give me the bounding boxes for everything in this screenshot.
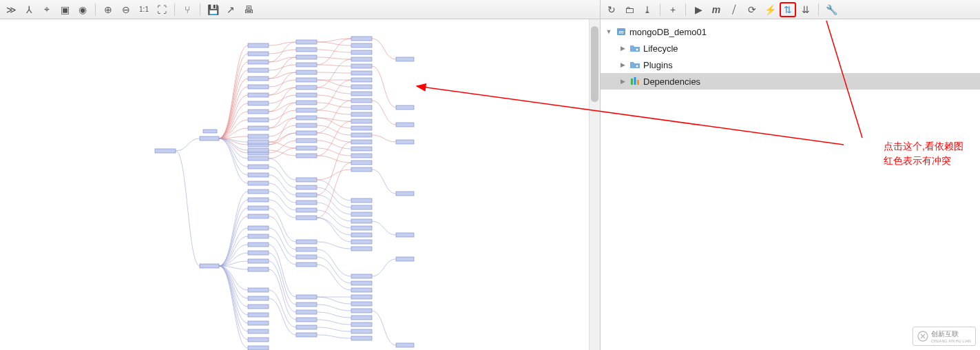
svg-rect-67	[296, 262, 317, 267]
svg-rect-93	[351, 167, 372, 172]
tree-row-lifecycle[interactable]: ▶ Lifecycle	[601, 40, 980, 56]
download-icon[interactable]: ⤓	[639, 2, 656, 17]
add-icon[interactable]: +	[665, 2, 681, 17]
maven-projects-tree[interactable]: ▼ m mongoDB_demo01 ▶ Lifecycle ▶ Plugins	[601, 19, 980, 350]
svg-rect-41	[248, 346, 269, 350]
annotation-line2: 红色表示有冲突	[884, 154, 963, 168]
svg-rect-3	[203, 130, 217, 133]
svg-rect-22	[248, 173, 269, 177]
svg-rect-18	[248, 140, 269, 144]
svg-text:m: m	[618, 29, 623, 35]
run-icon[interactable]: ▶	[690, 2, 707, 17]
tree-root-row[interactable]: ▼ m mongoDB_demo01	[601, 23, 980, 40]
svg-rect-94	[351, 198, 372, 203]
show-dependencies-icon[interactable]: ⇅	[780, 2, 796, 17]
save-icon[interactable]: 💾	[205, 2, 221, 17]
chevron-down-icon[interactable]: ▼	[605, 28, 613, 36]
svg-rect-117	[396, 233, 414, 237]
fit-content-icon[interactable]: ⛶	[154, 2, 170, 17]
eye-icon[interactable]: ◉	[74, 2, 91, 17]
actual-size-icon[interactable]: 1:1	[136, 2, 152, 17]
skip-tests-icon[interactable]: ⚡	[762, 2, 778, 17]
svg-rect-43	[296, 48, 317, 52]
chevron-right-icon[interactable]: ▶	[618, 61, 627, 69]
svg-rect-36	[248, 305, 269, 309]
svg-rect-0	[155, 149, 176, 153]
svg-rect-27	[248, 214, 269, 218]
maven-tool-window: ↻🗀⤓+▶m⧸⟳⚡⇅⇊🔧 ▼ m mongoDB_demo01 ▶ Lifecy…	[601, 0, 980, 350]
svg-rect-29	[248, 234, 269, 238]
svg-rect-119	[396, 343, 414, 347]
annotation-text: 点击这个,看依赖图 红色表示有冲突	[884, 139, 963, 168]
svg-rect-20	[248, 156, 269, 161]
diagram-scrollbar[interactable]	[589, 19, 600, 350]
fit-selection-icon[interactable]: ▣	[56, 2, 73, 17]
svg-rect-6	[248, 60, 269, 64]
svg-rect-38	[248, 321, 269, 325]
scrollbar-thumb[interactable]	[591, 26, 598, 102]
svg-rect-99	[351, 233, 372, 237]
svg-rect-34	[248, 288, 269, 292]
svg-rect-72	[296, 325, 317, 329]
svg-rect-68	[296, 295, 317, 299]
svg-rect-7	[248, 68, 269, 72]
settings-icon[interactable]: 🔧	[823, 2, 840, 17]
tree-root-label: mongoDB_demo01	[629, 27, 707, 37]
print-icon[interactable]: 🖶	[240, 2, 257, 17]
tree-row-dependencies[interactable]: ▶ Dependencies	[601, 73, 980, 90]
chevron-right-icon[interactable]: ▶	[618, 77, 627, 85]
svg-rect-39	[248, 329, 269, 333]
watermark-text: 创新互联	[931, 329, 971, 339]
svg-rect-33	[248, 267, 269, 271]
share-icon[interactable]: ⑂	[179, 2, 196, 17]
svg-rect-9	[248, 85, 269, 89]
tree-row-plugins[interactable]: ▶ Plugins	[601, 56, 980, 73]
svg-rect-44	[296, 55, 317, 59]
svg-rect-62	[296, 208, 317, 212]
svg-rect-97	[351, 219, 372, 223]
svg-rect-101	[351, 247, 372, 251]
svg-rect-10	[248, 93, 269, 97]
tree-icon[interactable]: ⅄	[21, 2, 37, 17]
svg-rect-104	[351, 288, 372, 292]
svg-rect-126	[637, 80, 639, 85]
svg-rect-69	[296, 302, 317, 307]
maven-toolbar: ↻🗀⤓+▶m⧸⟳⚡⇅⇊🔧	[601, 0, 980, 19]
svg-rect-37	[248, 313, 269, 317]
svg-rect-79	[351, 71, 372, 75]
chevron-right-icon[interactable]: ▶	[618, 44, 627, 52]
svg-rect-76	[351, 50, 372, 54]
toolbar-separator	[660, 3, 660, 16]
svg-rect-106	[351, 302, 372, 306]
maven-module-icon: m	[616, 26, 627, 37]
svg-rect-74	[351, 37, 372, 41]
toolbar-separator	[200, 3, 200, 16]
toggle-offline-icon[interactable]: ⧸	[726, 2, 742, 17]
svg-rect-77	[351, 57, 372, 61]
svg-rect-110	[351, 329, 372, 333]
svg-point-123	[636, 65, 639, 68]
zoom-in-icon[interactable]: ⊕	[100, 2, 116, 17]
refresh-icon[interactable]: ↻	[603, 2, 620, 17]
generate-sources-icon[interactable]: 🗀	[621, 2, 638, 17]
svg-rect-64	[296, 240, 317, 244]
collapse-all-icon[interactable]: ⇊	[797, 2, 814, 17]
reimport-icon[interactable]: ⟳	[744, 2, 760, 17]
svg-rect-89	[351, 140, 372, 144]
annotation-line1: 点击这个,看依赖图	[884, 139, 963, 154]
maven-icon[interactable]: m	[708, 2, 724, 17]
export-icon[interactable]: ↗	[222, 2, 239, 17]
svg-rect-108	[351, 316, 372, 320]
folder-gear-icon	[629, 59, 640, 70]
svg-rect-48	[296, 85, 317, 90]
svg-rect-1	[200, 136, 219, 141]
svg-rect-15	[248, 134, 269, 138]
overflow-icon[interactable]: ≫	[3, 2, 19, 17]
diagram-canvas[interactable]	[0, 19, 600, 350]
svg-rect-57	[296, 154, 317, 158]
svg-rect-87	[351, 126, 372, 130]
zoom-out-icon[interactable]: ⊖	[118, 2, 134, 17]
svg-rect-111	[351, 336, 372, 340]
zoom-select-icon[interactable]: ⌖	[39, 2, 55, 17]
svg-rect-114	[396, 123, 414, 127]
